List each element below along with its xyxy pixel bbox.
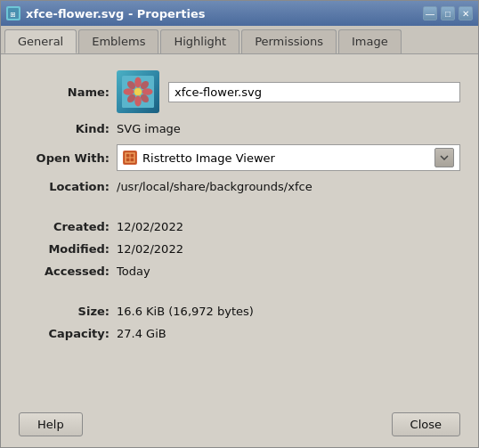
accessed-value: Today — [117, 265, 460, 278]
tab-permissions[interactable]: Permissions — [241, 29, 337, 53]
dropdown-arrow[interactable] — [434, 148, 454, 167]
footer: Help Close — [1, 402, 478, 447]
kind-value: SVG image — [117, 122, 460, 135]
svg-point-6 — [124, 88, 134, 95]
tab-image[interactable]: Image — [338, 29, 402, 53]
close-button-footer[interactable]: Close — [392, 412, 460, 436]
name-input[interactable] — [168, 82, 460, 102]
created-value: 12/02/2022 — [117, 220, 460, 233]
open-with-inner: Ristretto Image Viewer — [123, 151, 434, 165]
modified-label: Modified: — [19, 242, 117, 256]
properties-form: Name: — [19, 70, 460, 340]
name-row — [117, 70, 460, 113]
file-icon-preview — [117, 70, 159, 113]
capacity-label: Capacity: — [19, 327, 117, 340]
help-button[interactable]: Help — [19, 412, 83, 436]
open-with-label: Open With: — [19, 151, 117, 165]
svg-point-4 — [134, 77, 142, 88]
tab-general[interactable]: General — [4, 29, 77, 53]
location-label: Location: — [19, 180, 117, 193]
accessed-label: Accessed: — [19, 265, 117, 278]
svg-point-7 — [142, 88, 153, 95]
maximize-button[interactable]: □ — [441, 6, 455, 20]
titlebar: ⊞ xfce-flower.svg - Properties — □ ✕ — [1, 1, 478, 26]
close-button[interactable]: ✕ — [459, 6, 473, 20]
properties-window: ⊞ xfce-flower.svg - Properties — □ ✕ Gen… — [0, 0, 479, 448]
separator-2 — [19, 287, 460, 296]
svg-text:⊞: ⊞ — [10, 11, 16, 19]
app-icon — [123, 151, 137, 165]
kind-label: Kind: — [19, 122, 117, 135]
titlebar-left: ⊞ xfce-flower.svg - Properties — [6, 6, 205, 20]
location-value: /usr/local/share/backgrounds/xfce — [117, 180, 460, 193]
created-label: Created: — [19, 220, 117, 233]
size-value: 16.6 KiB (16,972 bytes) — [117, 305, 460, 318]
minimize-button[interactable]: — — [423, 6, 437, 20]
capacity-value: 27.4 GiB — [117, 327, 460, 340]
tab-highlight[interactable]: Highlight — [160, 29, 240, 53]
modified-value: 12/02/2022 — [117, 242, 460, 256]
window-icon: ⊞ — [6, 6, 20, 20]
svg-point-5 — [134, 96, 142, 107]
size-label: Size: — [19, 305, 117, 318]
name-label: Name: — [19, 86, 117, 99]
titlebar-buttons: — □ ✕ — [423, 6, 473, 20]
content-area: Name: — [1, 54, 478, 402]
tabs-bar: General Emblems Highlight Permissions Im… — [1, 26, 478, 54]
separator-1 — [19, 202, 460, 211]
svg-point-12 — [134, 88, 142, 95]
window-title: xfce-flower.svg - Properties — [26, 7, 205, 20]
tab-emblems[interactable]: Emblems — [78, 29, 158, 53]
open-with-select[interactable]: Ristretto Image Viewer — [117, 144, 460, 171]
open-with-value: Ristretto Image Viewer — [142, 151, 275, 165]
